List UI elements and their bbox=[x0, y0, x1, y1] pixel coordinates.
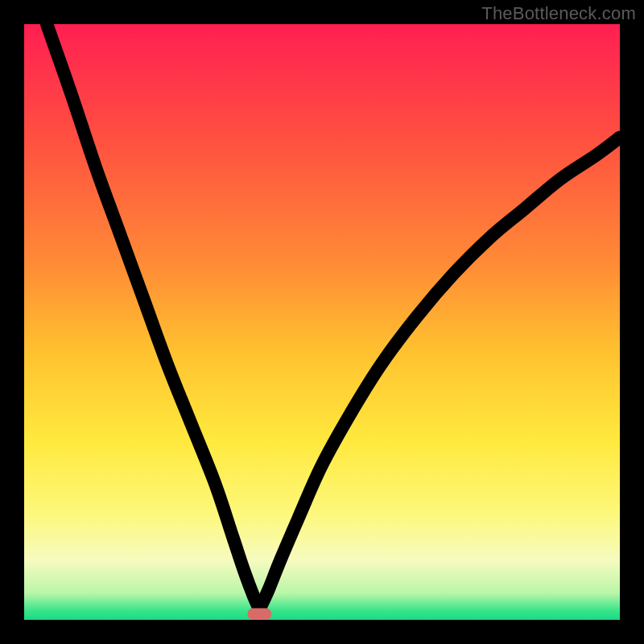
chart-background bbox=[24, 24, 620, 620]
watermark-text: TheBottleneck.com bbox=[481, 3, 636, 24]
chart-frame: TheBottleneck.com bbox=[0, 0, 644, 644]
minimum-marker bbox=[248, 609, 272, 620]
bottleneck-chart bbox=[24, 24, 620, 620]
